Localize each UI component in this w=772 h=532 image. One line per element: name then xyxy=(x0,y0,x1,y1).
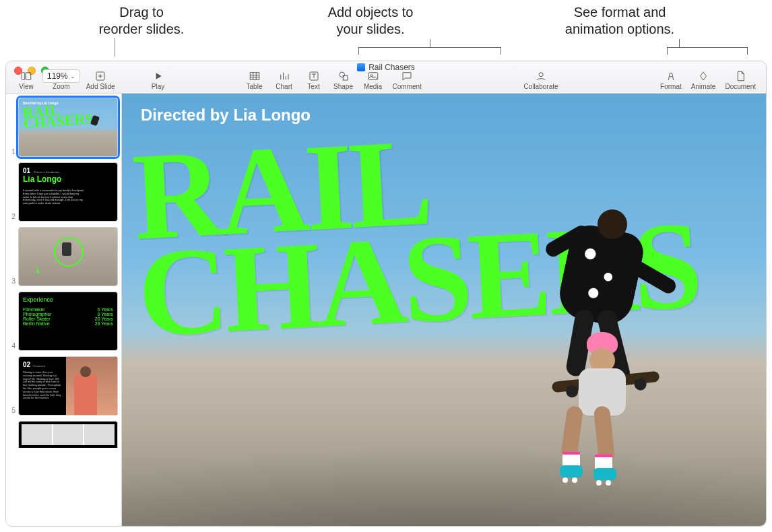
thumb2-subtitle: Director's Introduction xyxy=(34,170,60,174)
thumb4-r2r: 20 Years xyxy=(95,317,113,321)
svg-rect-1 xyxy=(26,73,31,80)
animate-icon xyxy=(697,69,709,83)
chevron-down-icon: ⌄ xyxy=(70,73,75,79)
slide-thumb-5[interactable]: 5 02 Treatment Skating is more than just… xyxy=(9,356,119,415)
format-button[interactable]: Format xyxy=(657,69,685,90)
shape-label: Shape xyxy=(333,83,353,90)
document-button[interactable]: Document xyxy=(721,69,759,90)
thumb5-subtitle: Treatment xyxy=(33,364,45,368)
roller-skater-graphic xyxy=(544,332,651,467)
thumb4-r1r: 9 Years xyxy=(98,312,113,317)
shape-icon xyxy=(337,69,350,83)
chart-button[interactable]: Chart xyxy=(271,69,298,90)
slide-num: 3 xyxy=(9,277,15,286)
callout-reorder: Drag to reorder slides. xyxy=(99,5,185,36)
thumb4-r1l: Photographer xyxy=(23,312,51,317)
table-button[interactable]: Table xyxy=(241,69,268,90)
view-button[interactable]: View xyxy=(13,69,40,90)
animate-label: Animate xyxy=(691,83,716,90)
zoom-value: 119% xyxy=(47,71,68,81)
play-button[interactable]: Play xyxy=(121,69,195,90)
collaborate-label: Collaborate xyxy=(523,83,558,90)
play-icon xyxy=(153,69,164,83)
play-label: Play xyxy=(152,83,164,90)
thumb2-name: Lia Longo xyxy=(23,174,61,184)
slide-num: 2 xyxy=(9,213,15,222)
thumb4-r3r: 28 Years xyxy=(95,321,113,326)
zoom-dropdown[interactable]: 119% ⌄ xyxy=(42,69,80,83)
add-slide-button[interactable]: Add Slide xyxy=(83,69,119,90)
text-label: Text xyxy=(307,83,319,90)
chart-label: Chart xyxy=(276,83,292,90)
thumb4-header: Experience xyxy=(23,296,113,303)
svg-rect-0 xyxy=(22,73,25,80)
view-icon xyxy=(20,69,32,83)
svg-point-9 xyxy=(539,73,543,77)
thumb2-para: It started with a camcorder in my family… xyxy=(23,189,86,205)
comment-label: Comment xyxy=(393,83,422,90)
add-slide-label: Add Slide xyxy=(86,83,115,90)
view-label: View xyxy=(19,83,34,90)
thumb2-num: 01 xyxy=(23,167,30,174)
slide-num: 1 xyxy=(9,148,15,157)
document-label: Document xyxy=(725,83,756,90)
slide-thumb-1[interactable]: 1 Directed by Lia Longo RAILCHASERS xyxy=(9,98,119,157)
slide-thumb-2[interactable]: 2 01 Director's Introduction Lia Longo I… xyxy=(9,162,119,222)
thumb5-num: 02 xyxy=(23,361,30,368)
text-button[interactable]: Text xyxy=(300,69,327,90)
thumb5-para: Skating is more than just cruising aroun… xyxy=(23,371,62,400)
slide-canvas[interactable]: Directed by Lia Longo RAIL CHASERS xyxy=(122,94,766,526)
callout-format-animate: See format and animation options. xyxy=(565,5,674,36)
document-icon xyxy=(734,69,746,83)
comment-button[interactable]: Comment xyxy=(389,69,425,90)
slide-num: 4 xyxy=(9,342,15,351)
slide-navigator[interactable]: 1 Directed by Lia Longo RAILCHASERS 2 01… xyxy=(6,94,122,526)
thumb4-r0r: 6 Years xyxy=(98,307,113,312)
svg-point-5 xyxy=(340,72,345,77)
slide-num xyxy=(9,446,15,448)
table-icon xyxy=(249,69,261,83)
table-label: Table xyxy=(247,83,263,90)
titlebar: Rail Chasers View 119% ⌄ Zoom Add xyxy=(6,61,766,94)
zoom-label: Zoom xyxy=(53,83,70,90)
plus-icon xyxy=(94,69,106,83)
slide-thumb-4[interactable]: 4 Experience Filmmaker6 Years Photograph… xyxy=(9,292,119,351)
svg-rect-3 xyxy=(250,73,259,80)
comment-icon xyxy=(401,69,413,83)
shape-button[interactable]: Shape xyxy=(330,69,357,90)
slide-thumb-6[interactable] xyxy=(9,421,119,448)
slide-thumb-3[interactable]: 3 ↘ xyxy=(9,227,119,286)
callout-add-objects: Add objects to your slides. xyxy=(328,5,414,36)
thumb4-r0l: Filmmaker xyxy=(23,307,45,312)
media-label: Media xyxy=(364,83,382,90)
animate-button[interactable]: Animate xyxy=(688,69,719,90)
slide-num: 5 xyxy=(9,407,15,415)
thumb4-r2l: Roller Skater xyxy=(23,317,50,321)
text-icon xyxy=(308,69,320,83)
collaborate-icon xyxy=(535,69,547,83)
collaborate-button[interactable]: Collaborate xyxy=(517,69,565,90)
media-icon xyxy=(367,69,379,83)
callout-right-bracket xyxy=(667,47,748,54)
format-label: Format xyxy=(660,83,682,90)
media-button[interactable]: Media xyxy=(360,69,387,90)
callout-center-bracket xyxy=(358,47,501,54)
thumb4-r3l: Berlin Native xyxy=(23,321,50,326)
chart-icon xyxy=(278,69,290,83)
keynote-window: Rail Chasers View 119% ⌄ Zoom Add xyxy=(5,61,767,527)
format-icon xyxy=(665,69,677,83)
